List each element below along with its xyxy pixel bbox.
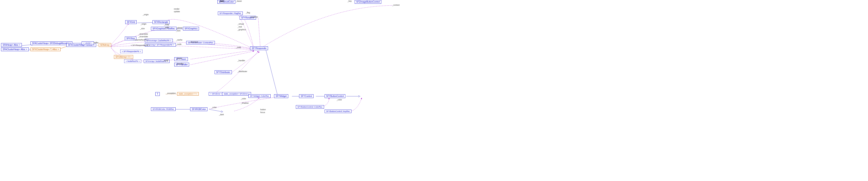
node-SFYWidget: SFYWidget (274, 94, 288, 98)
label-virtual: _virtual (238, 23, 244, 25)
svg-line-11 (232, 52, 259, 72)
svg-line-10 (191, 51, 254, 65)
node-SFAArray-V: SFXAArray< V > (114, 55, 133, 59)
svg-line-9 (191, 50, 254, 59)
label-focus: focus (260, 111, 265, 114)
node-SFXGraphics-FontRec: SFXGraphics::FontRec (151, 27, 177, 30)
node-static-exception-SFCError: static_exception< SFCError > (222, 92, 251, 96)
node-SFYControl: SFYControl (299, 94, 313, 98)
label-buffer: .buffer (93, 41, 98, 44)
label-sfyresponderptr: « SFYResponderPtr » (131, 44, 150, 47)
edges-svg (0, 0, 868, 181)
node-SFYButtonControl-ColorRec: SFYButtonControl::ColorRec (296, 105, 324, 109)
label-xclip: _xclip (164, 24, 169, 26)
node-SFXGrid: SFXGrid (125, 20, 136, 24)
label-graphics: _graphics (238, 29, 246, 31)
node-SFXRGBColor-RGBRec: SFXRGBColor::RGBRec (151, 108, 176, 111)
node-T-exception: T (155, 92, 160, 96)
node-SFXAArray-CacheRecPtr: SFXAArray< CacheRecPtr > (145, 39, 173, 42)
label-tracer: _tracer (176, 57, 182, 59)
label-key: _key (347, 0, 352, 2)
label-global: _global (176, 27, 182, 29)
node-SFZImageButtonControl: SFZImageButtonControl (355, 0, 381, 4)
label-render: render (174, 8, 180, 10)
label-origin: _origin (143, 13, 149, 16)
svg-line-12 (258, 18, 260, 48)
label-flag: _flag (246, 11, 250, 14)
node-SFXRGBColor: SFXRGBColor (190, 108, 208, 111)
node-SFAClusterHeap-Alloc: SFAClusterHeap< Alloc > (1, 48, 29, 51)
label-node: _node (176, 43, 182, 45)
label-renderer: _renderer (249, 16, 258, 18)
label-font: _font (176, 30, 180, 32)
node-SFACusterHeap-SFDDebug: SFACusterHeap< SFDDebugAllocator > (31, 41, 72, 45)
svg-line-0 (21, 44, 32, 46)
label-shadow: _shadow (241, 102, 249, 104)
label-dcontext: _dcontext (190, 41, 198, 43)
node-SFAArray: SFAArray (99, 43, 111, 47)
label-handler-right: _handler (238, 59, 245, 62)
label-yclip: _yclip (164, 26, 169, 29)
label-cacherecptr: « CacheRecPtr » (133, 39, 149, 41)
node-SFYDistributer: SFYDistributer (215, 70, 232, 74)
label-child: _child (236, 47, 241, 49)
node-SFYButtonControl-KeyRec: SFYButtonControl::KeyRec (324, 110, 351, 113)
label-color-widget: _color (241, 98, 246, 100)
label-origin2: _origin (141, 23, 147, 25)
node-SFAHeap-Alloc: SFAHeap< Alloc > (1, 43, 22, 47)
node-SFYResponder: SFYResponder (250, 47, 268, 50)
node-SFYWidget-ColorRec: SFYWidget::ColorRec (248, 94, 271, 98)
label-handler: _handler (176, 63, 184, 65)
node-SFXClusterHeap-T-Alloc: SFXClusterHeap< T, Alloc > (31, 48, 61, 51)
label-button: button (260, 109, 266, 111)
svg-line-20 (266, 50, 278, 96)
node-static-exception-T: static_exception< T > (177, 92, 199, 96)
label-ctranslate: _ctranslate (138, 35, 148, 38)
label-color-rgb: _color (211, 106, 217, 109)
node-SFYButtonControl: SFYButtonControl (324, 94, 345, 98)
label-distributer: _distributer (238, 70, 247, 72)
label-cache: _cache (176, 39, 182, 41)
label-node2: _node (163, 59, 168, 62)
label-exception: _exception (166, 92, 176, 94)
node-SFCError: < SFCError > (209, 92, 223, 96)
label-tracer-right: _tracer (236, 0, 242, 2)
node-SFResponderPtr: « SFYResponderPtr » (120, 50, 143, 53)
label-dark: _dark (219, 114, 224, 116)
node-UInt32: < UInt32 > (82, 41, 94, 45)
label-real: _real (238, 26, 242, 28)
label-context: _context (392, 4, 400, 6)
diagram-container: SFAHeap< Alloc > SFAClusterHeap< Alloc >… (0, 0, 868, 181)
label-color-btn: _color (337, 99, 342, 101)
node-NodeRecPtr: « NodeRecPtr » (124, 59, 141, 63)
svg-line-18 (209, 109, 221, 112)
label-update: update (174, 10, 180, 12)
node-SFYResponder-FlagRec: SFYResponder::FlagRec (218, 11, 243, 15)
label-base: _base (219, 0, 224, 2)
label-stranslete: _stranslete (138, 33, 148, 35)
node-SFXGraphics: SFXGraphics (183, 27, 199, 30)
label-size: _size (140, 27, 145, 30)
